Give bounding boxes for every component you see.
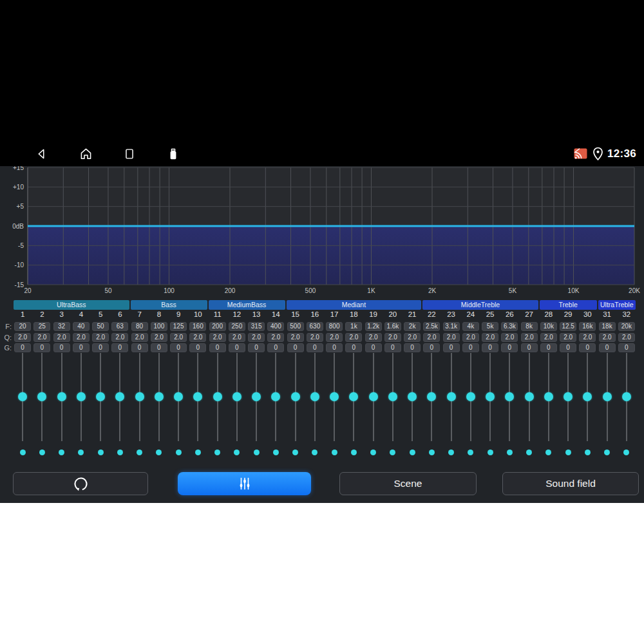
band-g-value[interactable]: 0 (365, 343, 382, 352)
slider-thumb[interactable] (564, 392, 573, 401)
eq-band-slider[interactable] (442, 353, 461, 441)
band-g-value[interactable]: 0 (248, 343, 265, 352)
slider-thumb[interactable] (18, 392, 27, 401)
band-g-value[interactable]: 0 (209, 343, 226, 352)
eq-band-slider[interactable] (461, 353, 480, 441)
band-g-value[interactable]: 0 (151, 343, 167, 352)
band-f-value[interactable]: 630 (307, 322, 323, 331)
eq-band-slider[interactable] (169, 353, 188, 441)
sound-field-button[interactable]: Sound field (502, 472, 639, 495)
eq-band-slider[interactable] (32, 353, 52, 441)
eq-band-slider[interactable] (539, 353, 558, 441)
band-q-value[interactable]: 2.0 (92, 333, 109, 342)
band-g-value[interactable]: 0 (443, 343, 460, 352)
band-q-value[interactable]: 2.0 (131, 333, 148, 342)
band-g-value[interactable]: 0 (423, 343, 440, 352)
band-q-value[interactable]: 2.0 (404, 333, 421, 342)
band-f-value[interactable]: 125 (170, 322, 187, 331)
slider-thumb[interactable] (155, 392, 164, 401)
eq-band-slider[interactable] (325, 353, 344, 441)
band-g-value[interactable]: 0 (618, 343, 635, 352)
slider-thumb[interactable] (291, 392, 300, 401)
band-q-value[interactable]: 2.0 (462, 333, 479, 342)
recents-button[interactable] (122, 146, 137, 162)
band-q-value[interactable]: 2.0 (248, 333, 265, 342)
band-g-value[interactable]: 0 (53, 343, 70, 352)
band-q-value[interactable]: 2.0 (287, 333, 304, 342)
slider-thumb[interactable] (427, 392, 436, 401)
band-g-value[interactable]: 0 (14, 343, 31, 352)
slider-thumb[interactable] (525, 392, 534, 401)
band-g-value[interactable]: 0 (579, 343, 596, 352)
band-q-value[interactable]: 2.0 (189, 333, 206, 342)
band-g-value[interactable]: 0 (73, 343, 90, 352)
band-g-value[interactable]: 0 (267, 343, 284, 352)
eq-band-slider[interactable] (91, 353, 110, 441)
band-q-value[interactable]: 2.0 (111, 333, 128, 342)
band-g-value[interactable]: 0 (170, 343, 187, 352)
eq-band-slider[interactable] (71, 353, 91, 441)
slider-thumb[interactable] (135, 392, 144, 401)
eq-band-slider[interactable] (578, 353, 597, 441)
eq-band-slider[interactable] (188, 353, 207, 441)
eq-band-slider[interactable] (402, 353, 422, 441)
band-q-value[interactable]: 2.0 (53, 333, 70, 342)
band-f-value[interactable]: 2k (404, 322, 421, 331)
slider-thumb[interactable] (57, 392, 66, 401)
band-g-value[interactable]: 0 (131, 343, 148, 352)
band-q-value[interactable]: 2.0 (73, 333, 90, 342)
eq-band-slider[interactable] (286, 353, 305, 441)
band-f-value[interactable]: 2.5k (423, 322, 440, 331)
eq-band-slider[interactable] (364, 353, 383, 441)
back-button[interactable] (34, 146, 50, 162)
slider-thumb[interactable] (622, 392, 631, 401)
band-f-value[interactable]: 200 (209, 322, 226, 331)
band-f-value[interactable]: 5k (482, 322, 498, 331)
band-q-value[interactable]: 2.0 (482, 333, 498, 342)
band-f-value[interactable]: 315 (248, 322, 265, 331)
band-f-value[interactable]: 1k (345, 322, 362, 331)
band-g-value[interactable]: 0 (501, 343, 518, 352)
band-q-value[interactable]: 2.0 (307, 333, 323, 342)
eq-band-slider[interactable] (227, 353, 247, 441)
reset-button[interactable] (13, 472, 148, 495)
band-f-value[interactable]: 10k (540, 322, 557, 331)
band-g-value[interactable]: 0 (599, 343, 616, 352)
band-q-value[interactable]: 2.0 (423, 333, 440, 342)
band-f-value[interactable]: 40 (73, 322, 90, 331)
band-q-value[interactable]: 2.0 (540, 333, 557, 342)
band-q-value[interactable]: 2.0 (33, 333, 50, 342)
band-g-value[interactable]: 0 (482, 343, 498, 352)
band-q-value[interactable]: 2.0 (579, 333, 596, 342)
slider-thumb[interactable] (213, 392, 222, 401)
band-g-value[interactable]: 0 (540, 343, 557, 352)
slider-thumb[interactable] (232, 392, 242, 401)
eq-band-slider[interactable] (110, 353, 129, 441)
band-f-value[interactable]: 18k (599, 322, 616, 331)
eq-band-slider[interactable] (383, 353, 402, 441)
slider-thumb[interactable] (252, 392, 261, 401)
eq-band-slider[interactable] (247, 353, 266, 441)
eq-band-slider[interactable] (13, 353, 32, 441)
eq-band-slider[interactable] (617, 353, 636, 441)
slider-thumb[interactable] (330, 392, 339, 401)
band-f-value[interactable]: 160 (189, 322, 206, 331)
eq-band-slider[interactable] (52, 353, 71, 441)
eq-band-slider[interactable] (208, 353, 227, 441)
band-f-value[interactable]: 400 (267, 322, 284, 331)
eq-band-slider[interactable] (305, 353, 325, 441)
band-q-value[interactable]: 2.0 (384, 333, 401, 342)
eq-band-slider[interactable] (558, 353, 578, 441)
usb-button[interactable] (166, 146, 181, 162)
band-g-value[interactable]: 0 (111, 343, 128, 352)
band-g-value[interactable]: 0 (326, 343, 343, 352)
band-q-value[interactable]: 2.0 (365, 333, 382, 342)
slider-thumb[interactable] (369, 392, 378, 401)
band-g-value[interactable]: 0 (345, 343, 362, 352)
band-f-value[interactable]: 1.2k (365, 322, 382, 331)
eq-band-slider[interactable] (344, 353, 363, 441)
eq-band-slider[interactable] (149, 353, 169, 441)
slider-thumb[interactable] (486, 392, 495, 401)
equalizer-button[interactable] (178, 472, 311, 495)
band-f-value[interactable]: 50 (92, 322, 109, 331)
